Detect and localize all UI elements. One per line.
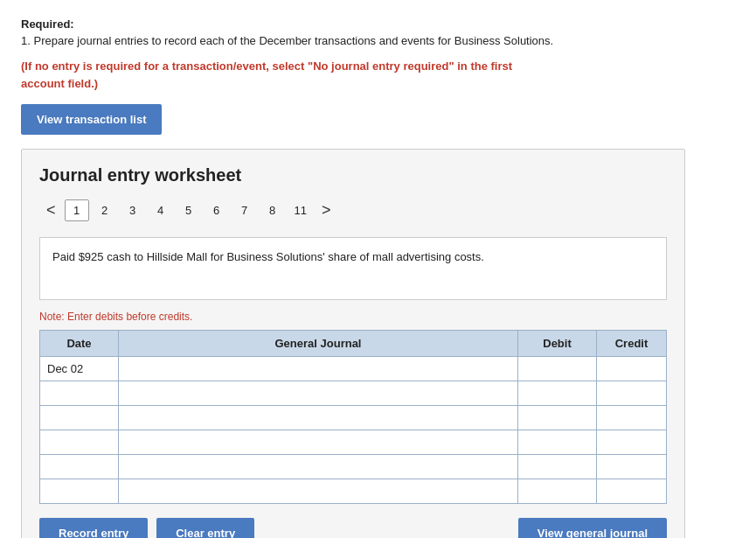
note-text: Note: Enter debits before credits.	[39, 311, 667, 323]
row4-journal[interactable]	[119, 430, 518, 455]
page-7[interactable]: 7	[232, 199, 257, 221]
instruction-text: Prepare journal entries to record each o…	[21, 34, 735, 47]
table-row	[40, 406, 667, 430]
row2-debit-input[interactable]	[518, 381, 596, 405]
row2-credit-input[interactable]	[597, 381, 666, 405]
row1-credit[interactable]	[597, 357, 667, 381]
row1-credit-input[interactable]	[597, 357, 666, 381]
row4-debit[interactable]	[518, 430, 597, 455]
col-header-journal: General Journal	[119, 331, 518, 357]
table-row	[40, 430, 667, 455]
row6-debit[interactable]	[518, 479, 597, 504]
row6-journal[interactable]	[119, 479, 518, 504]
row1-debit[interactable]	[518, 357, 597, 381]
row5-journal-input[interactable]	[119, 455, 517, 479]
row2-journal[interactable]	[119, 381, 518, 406]
red-note: (If no entry is required for a transacti…	[21, 58, 735, 92]
required-label: Required:	[21, 17, 735, 31]
worksheet-title: Journal entry worksheet	[39, 165, 667, 185]
worksheet-container: Journal entry worksheet < 1 2 3 4 5 6 7 …	[21, 149, 685, 538]
row5-credit-input[interactable]	[597, 455, 666, 479]
row1-debit-input[interactable]	[518, 357, 596, 381]
view-general-journal-button[interactable]: View general journal	[518, 518, 667, 538]
pagination-prev[interactable]: <	[39, 198, 63, 223]
row2-date	[40, 381, 119, 406]
pagination-next[interactable]: >	[315, 198, 338, 223]
table-row: Dec 02	[40, 357, 667, 381]
row3-debit-input[interactable]	[518, 406, 596, 430]
table-row	[40, 455, 667, 479]
page-2[interactable]: 2	[93, 199, 117, 221]
record-entry-button[interactable]: Record entry	[39, 518, 148, 538]
page-11[interactable]: 11	[288, 199, 313, 221]
col-header-credit: Credit	[597, 331, 667, 357]
row4-debit-input[interactable]	[518, 430, 596, 454]
row6-journal-input[interactable]	[119, 479, 517, 503]
view-transaction-button[interactable]: View transaction list	[21, 104, 162, 135]
row3-credit-input[interactable]	[597, 406, 666, 430]
page-4[interactable]: 4	[149, 199, 173, 221]
row4-credit-input[interactable]	[597, 430, 666, 454]
page-5[interactable]: 5	[177, 199, 201, 221]
row5-debit[interactable]	[518, 455, 597, 479]
clear-entry-button[interactable]: Clear entry	[156, 518, 254, 538]
row1-date: Dec 02	[40, 357, 119, 381]
col-header-debit: Debit	[518, 331, 597, 357]
table-row	[40, 479, 667, 504]
row1-journal-input[interactable]	[119, 357, 517, 381]
journal-table: Date General Journal Debit Credit Dec 02	[39, 330, 667, 504]
row3-journal-input[interactable]	[119, 406, 517, 430]
row5-credit[interactable]	[597, 455, 667, 479]
button-row: Record entry Clear entry View general jo…	[39, 518, 667, 538]
row6-credit-input[interactable]	[597, 479, 666, 503]
page-3[interactable]: 3	[121, 199, 145, 221]
page-1[interactable]: 1	[65, 199, 89, 221]
row2-debit[interactable]	[518, 381, 597, 406]
pagination: < 1 2 3 4 5 6 7 8 11 >	[39, 198, 667, 223]
row3-journal[interactable]	[119, 406, 518, 430]
table-row	[40, 381, 667, 406]
row5-journal[interactable]	[119, 455, 518, 479]
row5-date	[40, 455, 119, 479]
row2-credit[interactable]	[597, 381, 667, 406]
row5-debit-input[interactable]	[518, 455, 596, 479]
row2-journal-input[interactable]	[119, 381, 517, 405]
transaction-description: Paid $925 cash to Hillside Mall for Busi…	[39, 237, 667, 300]
row6-credit[interactable]	[597, 479, 667, 504]
row4-journal-input[interactable]	[119, 430, 517, 454]
row6-debit-input[interactable]	[518, 479, 596, 503]
page-6[interactable]: 6	[205, 199, 229, 221]
row3-debit[interactable]	[518, 406, 597, 430]
row1-journal[interactable]	[119, 357, 518, 381]
row3-date	[40, 406, 119, 430]
page-8[interactable]: 8	[260, 199, 285, 221]
row6-date	[40, 479, 119, 504]
row4-credit[interactable]	[597, 430, 667, 455]
row4-date	[40, 430, 119, 455]
row3-credit[interactable]	[597, 406, 667, 430]
col-header-date: Date	[40, 331, 119, 357]
